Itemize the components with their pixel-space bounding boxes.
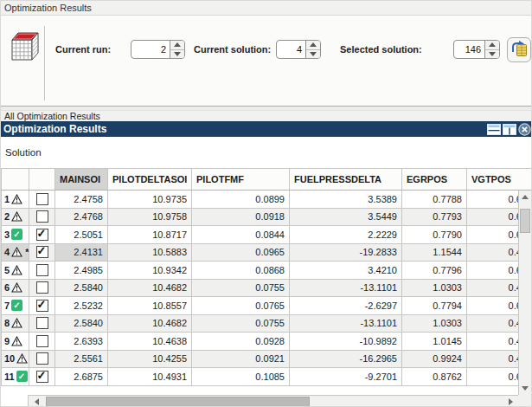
cell-egrpos[interactable]: 0.7794 [402, 297, 467, 315]
col-header-egrpos[interactable]: EGRPOS [402, 169, 467, 191]
spin-up-button[interactable] [485, 41, 499, 50]
cell-pilotdeltasoi[interactable]: 10.4255 [108, 350, 192, 368]
cell-fuelpressdelta[interactable]: 3.4210 [290, 262, 402, 280]
accept-checkbox[interactable] [36, 352, 48, 365]
row-number-cell[interactable]: 7 [2, 297, 29, 315]
cell-pilotdeltasoi[interactable]: 10.4638 [108, 333, 192, 351]
scroll-down-button[interactable] [519, 382, 531, 395]
scroll-right-button[interactable] [504, 396, 516, 407]
close-icon[interactable] [518, 123, 531, 136]
accept-checkbox[interactable] [36, 246, 48, 258]
col-header-pilotdeltasoi[interactable]: PILOTDELTASOI [108, 169, 192, 191]
cell-pilotfmf[interactable]: 0.0965 [192, 243, 290, 262]
cell-fuelpressdelta[interactable]: 3.5449 [290, 208, 402, 226]
cell-egrpos[interactable]: 1.0145 [402, 333, 467, 351]
cell-mainsoi[interactable]: 2.6875 [55, 368, 108, 386]
row-number-cell[interactable]: 9 [2, 333, 29, 351]
cell-mainsoi[interactable]: 2.5840 [55, 314, 108, 333]
accept-checkbox[interactable] [36, 229, 48, 241]
spin-down-button[interactable] [306, 50, 320, 59]
cell-fuelpressdelta[interactable]: -13.1101 [290, 279, 402, 297]
spin-down-button[interactable] [485, 50, 499, 59]
cell-fuelpressdelta[interactable]: -10.9892 [290, 333, 402, 351]
accept-checkbox[interactable] [36, 335, 48, 347]
export-to-table-button[interactable] [507, 37, 531, 62]
split-vertical-icon[interactable] [503, 124, 516, 135]
accept-checkbox[interactable] [36, 193, 48, 205]
cell-fuelpressdelta[interactable]: -19.2833 [290, 243, 402, 262]
cell-mainsoi[interactable]: 2.4758 [55, 191, 108, 209]
row-number-cell[interactable]: 3 [2, 226, 29, 244]
cell-pilotfmf[interactable]: 0.1085 [192, 368, 290, 386]
cell-mainsoi[interactable]: 2.5561 [55, 350, 108, 368]
scroll-left-button[interactable] [30, 396, 42, 407]
cell-egrpos[interactable]: 0.9924 [402, 350, 467, 368]
vertical-scroll-thumb[interactable] [520, 209, 530, 233]
row-number-cell[interactable]: 5 [2, 262, 29, 280]
cell-pilotfmf[interactable]: 0.0928 [192, 333, 290, 351]
row-number-cell[interactable]: 1 [2, 191, 29, 209]
cell-egrpos[interactable]: 1.0303 [402, 314, 467, 333]
spin-down-button[interactable] [170, 50, 184, 59]
current-solution-value[interactable]: 4 [277, 41, 305, 58]
cell-mainsoi[interactable]: 2.5840 [55, 279, 108, 297]
horizontal-scroll-thumb[interactable] [46, 397, 310, 407]
row-number-cell[interactable]: 10 [2, 350, 29, 368]
cell-egrpos[interactable]: 0.7790 [402, 226, 467, 244]
cell-egrpos[interactable]: 0.7788 [402, 191, 467, 209]
cell-pilotdeltasoi[interactable]: 10.4682 [108, 279, 192, 297]
row-number-cell[interactable]: 2 [2, 208, 29, 226]
accept-checkbox[interactable] [36, 371, 48, 383]
cell-egrpos[interactable]: 0.8762 [402, 368, 467, 386]
horizontal-scrollbar[interactable] [29, 395, 518, 407]
3d-table-cube-icon[interactable] [6, 27, 42, 65]
split-horizontal-icon[interactable] [487, 124, 501, 135]
cell-fuelpressdelta[interactable]: -2.6297 [290, 297, 402, 315]
cell-pilotdeltasoi[interactable]: 10.4682 [108, 314, 192, 333]
row-number-cell[interactable]: 8 [2, 314, 29, 333]
cell-pilotdeltasoi[interactable]: 10.5883 [108, 243, 192, 262]
col-header-vgtpos[interactable]: VGTPOS [467, 169, 532, 191]
cell-pilotfmf[interactable]: 0.0755 [192, 279, 290, 297]
accept-checkbox[interactable] [36, 210, 48, 223]
cell-mainsoi[interactable]: 2.4985 [55, 262, 108, 280]
accept-checkbox[interactable] [36, 264, 48, 276]
current-run-value[interactable]: 2 [131, 41, 170, 58]
cell-fuelpressdelta[interactable]: -9.2701 [290, 368, 402, 386]
cell-pilotfmf[interactable]: 0.0899 [192, 191, 290, 209]
accept-checkbox[interactable] [36, 300, 48, 312]
cell-egrpos[interactable]: 0.7796 [402, 262, 467, 280]
selected-solution-spinner[interactable]: 146 [453, 40, 500, 59]
cell-pilotfmf[interactable]: 0.0921 [192, 350, 290, 368]
cell-pilotdeltasoi[interactable]: 10.9758 [108, 208, 192, 226]
cell-pilotdeltasoi[interactable]: 10.9342 [108, 262, 192, 280]
cell-egrpos[interactable]: 0.7793 [402, 208, 467, 226]
cell-fuelpressdelta[interactable]: 3.5389 [290, 191, 402, 209]
col-header-pilotfmf[interactable]: PILOTFMF [192, 169, 290, 191]
row-number-cell[interactable]: 11 [2, 368, 29, 386]
vertical-scrollbar[interactable] [518, 191, 531, 395]
cell-fuelpressdelta[interactable]: -13.1101 [290, 314, 402, 333]
spin-up-button[interactable] [306, 41, 320, 50]
cell-mainsoi[interactable]: 2.6393 [55, 333, 108, 351]
cell-fuelpressdelta[interactable]: -16.2965 [290, 350, 402, 368]
cell-mainsoi[interactable]: 2.4768 [55, 208, 108, 226]
accept-checkbox[interactable] [36, 317, 48, 329]
cell-pilotfmf[interactable]: 0.0844 [192, 226, 290, 244]
cell-pilotfmf[interactable]: 0.0755 [192, 314, 290, 333]
cell-pilotfmf[interactable]: 0.0868 [192, 262, 290, 280]
cell-mainsoi[interactable]: 2.5232 [55, 297, 108, 315]
cell-mainsoi[interactable]: 2.5051 [55, 226, 108, 244]
row-number-cell[interactable]: 6 [2, 279, 29, 297]
scroll-up-button[interactable] [519, 191, 531, 204]
spin-up-button[interactable] [170, 41, 184, 50]
current-run-spinner[interactable]: 2 [131, 40, 185, 59]
cell-mainsoi[interactable]: 2.4131 [55, 243, 108, 262]
accept-checkbox[interactable] [36, 281, 48, 294]
col-header-mainsoi[interactable]: MAINSOI [55, 169, 108, 191]
cell-pilotdeltasoi[interactable]: 10.9735 [108, 191, 192, 209]
current-solution-spinner[interactable]: 4 [276, 40, 321, 59]
cell-pilotfmf[interactable]: 0.0765 [192, 297, 290, 315]
cell-pilotdeltasoi[interactable]: 10.4931 [108, 368, 192, 386]
cell-pilotdeltasoi[interactable]: 10.8557 [108, 297, 192, 315]
